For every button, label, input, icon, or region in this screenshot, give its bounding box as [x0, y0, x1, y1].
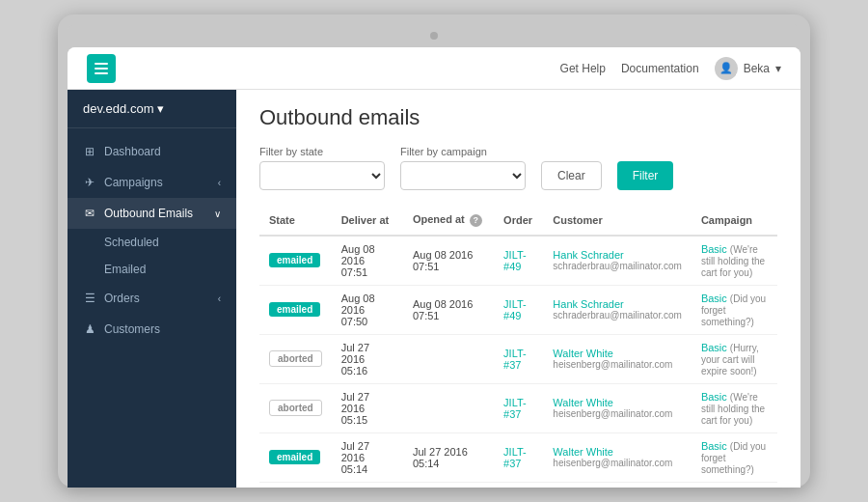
col-campaign: Campaign	[692, 206, 777, 236]
sidebar-item-label: Customers	[104, 322, 160, 336]
cell-campaign: Basic (We're still holding the cart for …	[692, 236, 777, 286]
outbound-emails-icon: ✉	[83, 207, 96, 220]
cell-order: JILT-#37	[494, 383, 543, 432]
cell-campaign: Basic (We're still holding the cart for …	[692, 383, 777, 432]
status-badge: emailed	[269, 450, 320, 464]
status-badge: emailed	[269, 302, 320, 317]
status-badge: aborted	[269, 400, 322, 416]
cell-customer: Walter White heisenberg@mailinator.com	[543, 383, 692, 432]
customer-email: heisenberg@mailinator.com	[553, 359, 682, 370]
customer-name[interactable]: Walter White	[553, 397, 682, 408]
customers-icon: ♟	[83, 322, 96, 336]
order-link[interactable]: JILT-#49	[503, 298, 527, 321]
cell-customer: Walter White heisenberg@mailinator.com	[543, 334, 692, 383]
filter-campaign-select[interactable]	[400, 161, 526, 190]
cell-opened-at	[403, 383, 494, 432]
cell-customer: Hank Schrader schraderbrau@mailinator.co…	[543, 236, 692, 286]
col-state: State	[259, 206, 332, 236]
documentation-link[interactable]: Documentation	[621, 62, 699, 75]
campaign-name[interactable]: Basic	[701, 293, 727, 304]
cell-state: emailed	[259, 236, 332, 286]
sidebar-item-label: Outbound Emails	[104, 207, 193, 220]
laptop-screen: Get Help Documentation 👤 Beka ▾ dev.edd.…	[68, 47, 800, 488]
table-header-row: State Deliver at Opened at ? Order Custo…	[259, 206, 777, 236]
cell-state: emailed	[259, 432, 332, 482]
cell-state: emailed	[259, 482, 332, 488]
customer-email: heisenberg@mailinator.com	[553, 458, 682, 468]
filter-state-group: Filter by state	[259, 146, 385, 190]
customer-email: schraderbrau@mailinator.com	[553, 261, 682, 271]
campaign-name[interactable]: Basic	[701, 342, 727, 353]
sidebar-item-label: Emailed	[104, 263, 146, 276]
order-link[interactable]: JILT-#37	[503, 446, 527, 469]
customer-name[interactable]: Walter White	[553, 348, 682, 359]
customer-name[interactable]: Hank Schrader	[553, 298, 682, 310]
topbar: Get Help Documentation 👤 Beka ▾	[68, 47, 800, 90]
sidebar-item-label: Scheduled	[104, 236, 159, 249]
nav-arrow-icon: ‹	[218, 178, 221, 188]
cell-order: JILT-#49	[494, 236, 543, 286]
cell-state: aborted	[259, 383, 332, 432]
user-menu[interactable]: 👤 Beka ▾	[715, 57, 781, 80]
filter-button[interactable]: Filter	[617, 161, 674, 190]
table-row: emailed Aug 08 2016 07:50 Aug 08 2016 07…	[259, 285, 777, 334]
cell-campaign: Basic (Did you forget something?)	[692, 285, 777, 334]
sidebar-item-emailed[interactable]: Emailed	[68, 256, 236, 283]
nav-arrow-icon: ‹	[218, 293, 221, 304]
get-help-link[interactable]: Get Help	[560, 62, 606, 75]
cell-deliver-at: Jul 26 2016 22:13	[332, 482, 403, 488]
order-link[interactable]: JILT-#37	[503, 397, 527, 420]
sidebar-item-campaigns[interactable]: ✈ Campaigns ‹	[68, 167, 236, 198]
laptop-camera	[430, 32, 438, 40]
cell-customer: Hank Schrader schraderbrau@mailinator.co…	[543, 285, 692, 334]
table-row: emailed Jul 26 2016 22:13 Jul 26 2016 22…	[259, 482, 777, 488]
col-deliver-at: Deliver at	[332, 206, 403, 236]
sidebar-item-customers[interactable]: ♟ Customers	[68, 314, 236, 345]
user-avatar: 👤	[715, 57, 738, 80]
menu-toggle-button[interactable]	[87, 54, 116, 83]
sidebar-item-label: Dashboard	[104, 145, 161, 158]
cell-order: JILT-#36	[494, 482, 543, 488]
hamburger-icon	[95, 63, 108, 74]
col-opened-at: Opened at ?	[403, 206, 494, 236]
table-row: emailed Jul 27 2016 05:14 Jul 27 2016 05…	[259, 432, 777, 482]
sidebar-item-outbound-emails[interactable]: ✉ Outbound Emails ∨	[68, 198, 236, 229]
customer-name[interactable]: Walter White	[553, 446, 682, 458]
filter-bar: Filter by state Filter by campaign Clear	[259, 146, 777, 190]
sidebar-item-orders[interactable]: ☰ Orders ‹	[68, 283, 236, 314]
order-link[interactable]: JILT-#49	[503, 249, 527, 272]
campaign-name[interactable]: Basic	[701, 243, 727, 255]
cell-deliver-at: Jul 27 2016 05:16	[332, 334, 403, 383]
cell-deliver-at: Aug 08 2016 07:50	[332, 285, 403, 334]
app-container: dev.edd.com ▾ ⊞ Dashboard ✈ Campaigns ‹ …	[68, 90, 800, 488]
filter-state-label: Filter by state	[259, 146, 385, 157]
opened-at-help-icon[interactable]: ?	[470, 214, 482, 227]
main-content: Outbound emails Filter by state Filter b…	[236, 90, 800, 488]
status-badge: aborted	[269, 350, 322, 367]
customer-email: schraderbrau@mailinator.com	[553, 310, 682, 321]
campaign-name[interactable]: Basic	[701, 391, 727, 403]
cell-order: JILT-#37	[494, 432, 543, 482]
nav-arrow-icon: ∨	[214, 209, 221, 219]
outbound-emails-table: State Deliver at Opened at ? Order Custo…	[259, 206, 777, 488]
sidebar-item-label: Orders	[104, 292, 140, 305]
campaign-name[interactable]: Basic	[701, 440, 727, 452]
cell-customer: capncook@mailinator.com	[543, 482, 692, 488]
cell-campaign: Basic (Did you forget something?)	[692, 432, 777, 482]
sidebar-brand[interactable]: dev.edd.com ▾	[68, 90, 236, 128]
dashboard-icon: ⊞	[83, 145, 96, 158]
sidebar-item-scheduled[interactable]: Scheduled	[68, 229, 236, 256]
cell-opened-at	[403, 334, 494, 383]
user-name: Beka	[744, 62, 770, 75]
cell-campaign: Basic (Hurry, your cart will expire soon…	[692, 482, 777, 488]
filter-state-select[interactable]	[259, 161, 385, 190]
clear-button[interactable]: Clear	[541, 161, 602, 190]
sidebar-nav: ⊞ Dashboard ✈ Campaigns ‹ ✉ Outbound Ema…	[68, 128, 236, 488]
order-link[interactable]: JILT-#37	[503, 348, 527, 371]
sidebar-item-dashboard[interactable]: ⊞ Dashboard	[68, 136, 236, 167]
cell-state: emailed	[259, 285, 332, 334]
table-row: aborted Jul 27 2016 05:15 JILT-#37 Walte…	[259, 383, 777, 432]
laptop-notch	[68, 24, 800, 47]
topbar-links: Get Help Documentation 👤 Beka ▾	[560, 57, 781, 80]
customer-name[interactable]: Hank Schrader	[553, 249, 682, 261]
